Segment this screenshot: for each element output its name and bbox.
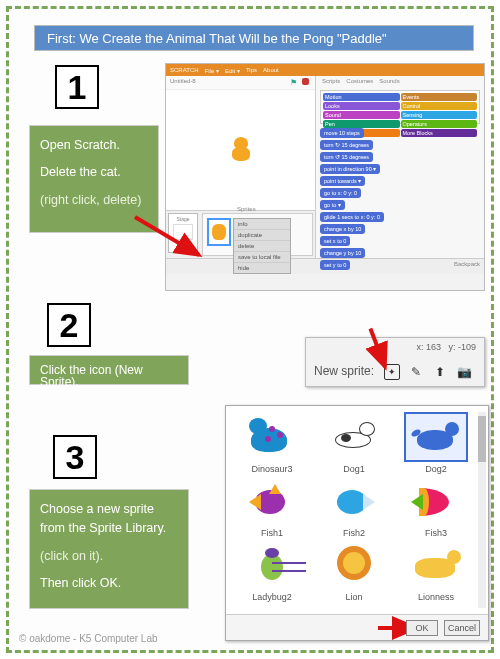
cat-pen: Pen (323, 120, 400, 128)
sprites-label: Sprites (237, 206, 256, 212)
tab-sounds: Sounds (379, 78, 399, 88)
cancel-button[interactable]: Cancel (444, 620, 480, 636)
sprite-context-menu: info duplicate delete save to local file… (233, 218, 291, 274)
library-item-lionness[interactable]: Lionness (396, 540, 476, 602)
block: point in direction 90 ▾ (320, 164, 380, 174)
instruction-2-text: Click the icon (New Sprite). (40, 363, 143, 389)
instruction-1-line-1: Open Scratch. (40, 136, 148, 155)
ctx-delete: delete (234, 241, 290, 252)
instruction-1-line-3: (right click, delete) (40, 191, 148, 210)
instruction-box-2: Click the icon (New Sprite). (29, 355, 189, 385)
block: glide 1 secs to x: 0 y: 0 (320, 212, 384, 222)
scratch-menu-bar: SCRATCH File ▾ Edit ▾ Tips About (166, 64, 484, 76)
coord-y-value: -109 (458, 342, 476, 352)
library-item-fish2[interactable]: Fish2 (314, 476, 394, 538)
scratch-editor-screenshot: SCRATCH File ▾ Edit ▾ Tips About Untitle… (165, 63, 485, 291)
library-item-label: Dinosaur3 (232, 464, 312, 474)
instruction-1-line-2: Delete the cat. (40, 163, 148, 182)
page-frame: First: We Create the Animal That Will be… (6, 6, 494, 653)
green-flag-icon: ⚑ (290, 78, 297, 87)
tab-costumes: Costumes (346, 78, 373, 88)
ctx-info: info (234, 219, 290, 230)
cat-sensing: Sensing (401, 111, 478, 119)
copyright-text: © oakdome - K5 Computer Lab (19, 633, 158, 644)
library-scrollbar[interactable] (478, 412, 486, 608)
library-item-label: Ladybug2 (232, 592, 312, 602)
block: point towards ▾ (320, 176, 365, 186)
block: turn ↻ 15 degrees (320, 140, 373, 150)
library-item-label: Fish1 (232, 528, 312, 538)
menu-about: About (263, 67, 279, 73)
ctx-hide: hide (234, 263, 290, 273)
step-number-1: 1 (55, 65, 99, 109)
coord-x-value: 163 (426, 342, 441, 352)
instruction-3-line-3: Then click OK. (40, 574, 178, 593)
library-item-dog1[interactable]: Dog1 (314, 412, 394, 474)
library-item-fish3[interactable]: Fish3 (396, 476, 476, 538)
library-item-label: Fish2 (314, 528, 394, 538)
cat-motion: Motion (323, 93, 400, 101)
scratch-cat-icon (230, 137, 252, 163)
library-item-label: Dog1 (314, 464, 394, 474)
library-item-lion[interactable]: Lion (314, 540, 394, 602)
instruction-box-3: Choose a new sprite from the Sprite Libr… (29, 489, 189, 609)
ctx-duplicate: duplicate (234, 230, 290, 241)
library-item-dinosaur3[interactable]: Dinosaur3 (232, 412, 312, 474)
block: change x by 10 (320, 224, 365, 234)
cat-events: Events (401, 93, 478, 101)
block: set y to 0 (320, 260, 350, 270)
menu-file: File ▾ (205, 67, 219, 74)
sprite-list: Sprites info duplicate delete save to lo… (202, 213, 313, 256)
coord-x-label: x: (416, 342, 423, 352)
scratch-logo: SCRATCH (170, 67, 199, 73)
block: set x to 0 (320, 236, 350, 246)
block-palette: Motion Events Looks Control Sound Sensin… (320, 90, 480, 124)
library-item-label: Lionness (396, 592, 476, 602)
svg-line-0 (135, 217, 199, 255)
stop-icon (302, 78, 309, 85)
cat-control: Control (401, 102, 478, 110)
block: turn ↺ 15 degrees (320, 152, 373, 162)
menu-tips: Tips (246, 67, 257, 73)
instruction-3-line-2: (click on it). (40, 547, 178, 566)
camera-sprite-icon[interactable]: 📷 (456, 364, 472, 380)
instruction-3-line-1: Choose a new sprite from the Sprite Libr… (40, 500, 178, 539)
step-number-2: 2 (47, 303, 91, 347)
library-item-dog2[interactable]: Dog2 (396, 412, 476, 474)
editor-tabs: Scripts Costumes Sounds (318, 78, 482, 88)
sprite-library-dialog: Dinosaur3 Dog1 Dog2 Fish1 Fish2 Fish3 (225, 405, 489, 641)
menu-edit: Edit ▾ (225, 67, 240, 74)
cat-more: More Blocks (401, 129, 478, 137)
stage-header: Untitled-8 ⚑ (166, 76, 315, 90)
stage-area (166, 90, 315, 210)
cat-looks: Looks (323, 102, 400, 110)
motion-blocks: move 10 steps turn ↻ 15 degrees turn ↺ 1… (318, 126, 482, 272)
arrow-icon (133, 215, 213, 269)
ctx-save: save to local file (234, 252, 290, 263)
page-title: First: We Create the Animal That Will be… (34, 25, 474, 51)
new-sprite-toolbar: x: 163 y: -109 New sprite: ✦ ✎ ⬆ 📷 (305, 337, 485, 387)
block: move 10 steps (320, 128, 364, 138)
cat-operators: Operators (401, 120, 478, 128)
stage-coords: x: 163 y: -109 (416, 342, 476, 352)
new-sprite-label: New sprite: (314, 364, 374, 378)
library-item-label: Dog2 (396, 464, 476, 474)
scripts-column: Scripts Costumes Sounds Motion Events Lo… (316, 76, 484, 258)
paint-sprite-icon[interactable]: ✎ (408, 364, 424, 380)
library-item-label: Fish3 (396, 528, 476, 538)
block: go to x: 0 y: 0 (320, 188, 361, 198)
svg-line-1 (358, 328, 398, 366)
library-item-ladybug2[interactable]: Ladybug2 (232, 540, 312, 602)
library-footer: OK Cancel (226, 614, 488, 640)
block: change y by 10 (320, 248, 365, 258)
ok-button[interactable]: OK (406, 620, 438, 636)
library-item-label: Lion (314, 592, 394, 602)
tab-scripts: Scripts (322, 78, 340, 88)
coord-y-label: y: (448, 342, 455, 352)
step-number-3: 3 (53, 435, 97, 479)
cat-sound: Sound (323, 111, 400, 119)
upload-sprite-icon[interactable]: ⬆ (432, 364, 448, 380)
library-item-fish1[interactable]: Fish1 (232, 476, 312, 538)
project-title: Untitled-8 (170, 78, 196, 84)
block: go to ▾ (320, 200, 345, 210)
